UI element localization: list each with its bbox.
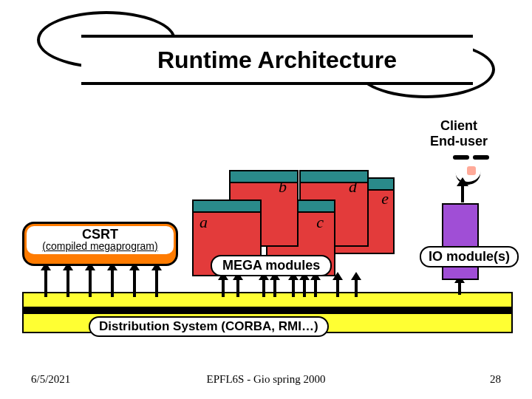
arrow-up-icon [236, 279, 239, 297]
csrt-subtitle: (compiled megaprogram) [30, 241, 171, 251]
client-face-icon [451, 151, 491, 181]
arrow-up-icon [66, 270, 69, 297]
page-title: Runtime Architecture [81, 35, 473, 85]
arrow-io-to-client-icon [461, 185, 464, 202]
arrow-up-icon [155, 270, 158, 297]
arrow-up-icon [303, 279, 306, 297]
client-end-user-label: Client End-user [430, 118, 488, 149]
io-module-block [442, 203, 479, 280]
distribution-label: Distribution System (CORBA, RMI…) [89, 316, 329, 337]
arrow-up-icon [111, 270, 114, 297]
arrow-up-icon [458, 282, 461, 295]
arrow-up-icon [336, 279, 339, 297]
csrt-title: CSRT [30, 228, 171, 241]
arrow-up-icon [314, 279, 317, 297]
arrow-up-icon [355, 279, 358, 297]
arrow-up-icon [273, 279, 276, 297]
arrow-up-icon [222, 279, 225, 297]
arrow-up-icon [44, 270, 47, 297]
io-module-label: IO module(s) [420, 246, 519, 267]
csrt-box: CSRT (compiled megaprogram) [22, 222, 178, 266]
arrow-up-icon [133, 270, 136, 297]
title-banner: Runtime Architecture [37, 11, 495, 107]
arrow-up-icon [262, 279, 265, 297]
footer-page-number: 28 [490, 373, 501, 386]
footer-center: EPFL6S - Gio spring 2000 [0, 373, 532, 386]
arrow-up-icon [89, 270, 92, 297]
mega-modules-label: MEGA modules [211, 255, 332, 276]
arrow-up-icon [292, 279, 295, 297]
